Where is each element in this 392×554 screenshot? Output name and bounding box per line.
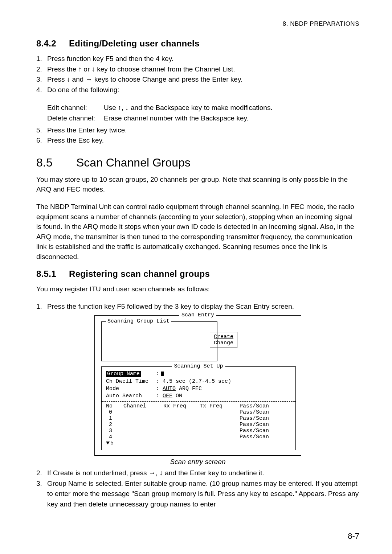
list-item: 2.Press the ↑ or ↓ key to choose channel… <box>36 64 359 75</box>
triangle-down-icon <box>106 442 110 444</box>
cell-ps: Pass/Scan <box>240 415 269 422</box>
list-num: 3. <box>36 74 47 85</box>
list-item: 3.Press ↓ and → keys to choose Change an… <box>36 74 359 85</box>
mode-rest: ARQ FEC <box>176 386 202 392</box>
list-num: 4. <box>36 85 47 95</box>
table-row: 1Pass/Scan <box>106 415 291 422</box>
mode-auto: AUTO <box>163 386 176 392</box>
list-text: Press the Esc key. <box>47 135 359 146</box>
cell-no: 1 <box>106 415 123 422</box>
list-text: If Create is not underlined, press →, ↓ … <box>47 468 359 479</box>
create-option: Create <box>214 334 233 340</box>
list-851: 1.Press the function key F5 followed by … <box>36 301 359 312</box>
group-name-value: : <box>156 370 164 378</box>
heading-85: 8.5Scan Channel Groups <box>36 156 359 169</box>
group-name-label: Group Name <box>106 371 141 377</box>
cell-no: 0 <box>106 409 123 415</box>
dwell-time-value: : 4.5 sec (2.7-4.5 sec) <box>156 378 231 385</box>
mode-value: : AUTO ARQ FEC <box>156 385 202 393</box>
list-851b: 2.If Create is not underlined, press →, … <box>36 468 359 509</box>
autosearch-value: : OFF ON <box>156 393 182 400</box>
heading-842-num: 8.4.2 <box>36 38 69 49</box>
list-text: Press ↓ and → keys to choose Change and … <box>47 74 359 85</box>
autosearch-off: OFF <box>163 393 172 399</box>
para-851-intro: You may register ITU and user scan chann… <box>36 284 359 294</box>
list-text: Press the ↑ or ↓ key to choose channel f… <box>47 64 359 75</box>
list-num: 1. <box>36 54 47 64</box>
heading-842: 8.4.2Editing/Deleting user channels <box>36 38 359 49</box>
list-text: Press the function key F5 followed by th… <box>47 301 359 312</box>
table-row: 2Pass/Scan <box>106 422 291 428</box>
list-item: 1.Press the function key F5 followed by … <box>36 301 359 312</box>
scan-entry-title: Scan Entry <box>179 312 216 318</box>
th-rx: Rx Freq <box>163 403 200 409</box>
dwell-time-label: Ch Dwell Time <box>106 378 156 385</box>
list-text: Do one of the following: <box>47 85 359 95</box>
scanning-group-list-box: Scanning Group List Create Change <box>101 321 217 361</box>
table-row-more: 5 <box>106 440 291 446</box>
th-tx: Tx Freq <box>200 403 240 409</box>
figure-caption: Scan entry screen <box>36 458 359 466</box>
cell-no: 3 <box>106 428 123 434</box>
list-text: Press the Enter key twice. <box>47 125 359 136</box>
list-item: 6.Press the Esc key. <box>36 135 359 146</box>
scanning-group-list-title: Scanning Group List <box>106 318 171 324</box>
th-ps: Pass/Scan <box>240 403 269 409</box>
heading-842-title: Editing/Deleting user channels <box>69 38 200 48</box>
th-no: No <box>106 403 123 409</box>
cell-ps: Pass/Scan <box>240 428 269 434</box>
list-item: 2.If Create is not underlined, press →, … <box>36 468 359 479</box>
table-header: No Channel Rx Freq Tx Freq Pass/Scan <box>106 403 291 409</box>
dashed-separator <box>102 401 295 402</box>
cell-ps: Pass/Scan <box>240 422 269 428</box>
list-num: 6. <box>36 135 47 146</box>
change-option: Change <box>214 340 233 346</box>
list-item: 4.Do one of the following: <box>36 85 359 95</box>
heading-85-num: 8.5 <box>36 156 76 169</box>
list-842b: 5.Press the Enter key twice. 6.Press the… <box>36 125 359 146</box>
list-text: Group Name is selected. Enter suitable g… <box>47 479 359 510</box>
list-item: 5.Press the Enter key twice. <box>36 125 359 136</box>
edit-channel-label: Edit channel: <box>47 102 104 113</box>
scanning-setup-title: Scanning Set Up <box>172 363 225 369</box>
list-num: 2. <box>36 468 47 479</box>
scan-entry-screen: Scan Entry Scanning Group List Create Ch… <box>94 315 301 456</box>
page-header: 8. NBDP PREPARATIONS <box>36 20 359 28</box>
table-row: 4Pass/Scan <box>106 434 291 440</box>
th-channel: Channel <box>123 403 163 409</box>
list-num: 2. <box>36 64 47 75</box>
heading-851: 8.5.1Registering scan channel groups <box>36 269 359 279</box>
scanning-setup-box: Scanning Set Up Group Name : Ch Dwell Ti… <box>101 366 296 450</box>
mode-colon: : <box>156 386 163 392</box>
list-num: 1. <box>36 301 47 312</box>
list-item: 3.Group Name is selected. Enter suitable… <box>36 479 359 510</box>
delete-channel-text: Erase channel number with the Backspace … <box>104 113 249 123</box>
para-85-2: The NBDP Terminal Unit can control radio… <box>36 202 359 262</box>
list-item: 1.Press function key F5 and then the 4 k… <box>36 54 359 64</box>
cell-no: 4 <box>106 434 123 440</box>
autosearch-colon: : <box>156 393 163 399</box>
table-row: 0Pass/Scan <box>106 409 291 415</box>
step4-detail: Edit channel:Use ↑, ↓ and the Backspace … <box>47 102 359 124</box>
mode-label: Mode <box>106 385 156 393</box>
edit-channel-text: Use ↑, ↓ and the Backspace key to make m… <box>104 102 273 113</box>
list-num: 3. <box>36 479 47 510</box>
create-change-box: Create Change <box>210 332 237 348</box>
heading-85-title: Scan Channel Groups <box>76 156 191 169</box>
heading-851-title: Registering scan channel groups <box>69 269 210 279</box>
list-842: 1.Press function key F5 and then the 4 k… <box>36 54 359 95</box>
autosearch-label: Auto Search <box>106 393 156 400</box>
page-number: 8-7 <box>348 532 359 541</box>
cell-ps: Pass/Scan <box>240 409 269 415</box>
autosearch-rest: ON <box>172 393 182 399</box>
list-num: 5. <box>36 125 47 136</box>
cursor-icon <box>161 372 164 376</box>
para-85-1: You may store up to 10 scan groups, 20 c… <box>36 175 359 194</box>
cell-no: 5 <box>110 440 114 446</box>
heading-851-num: 8.5.1 <box>36 269 69 279</box>
list-text: Press function key F5 and then the 4 key… <box>47 54 359 64</box>
cell-no: 2 <box>106 422 123 428</box>
delete-channel-label: Delete channel: <box>47 113 104 123</box>
table-row: 3Pass/Scan <box>106 428 291 434</box>
cell-ps: Pass/Scan <box>240 434 269 440</box>
